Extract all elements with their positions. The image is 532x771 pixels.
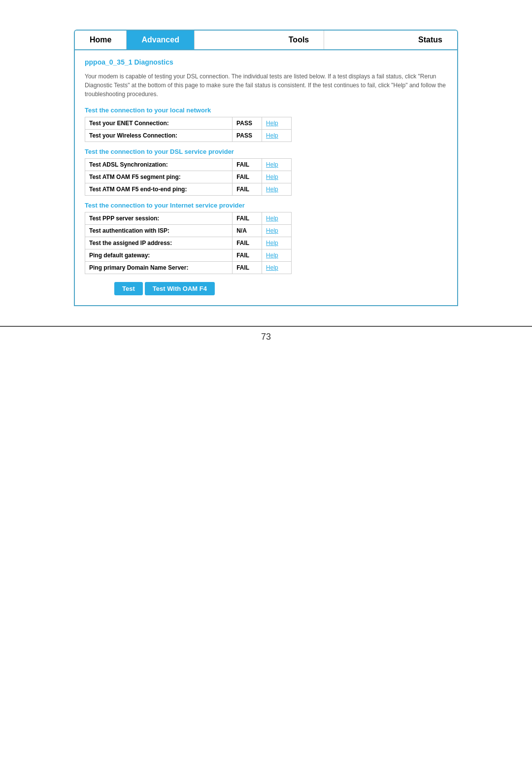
- test-oam-button[interactable]: Test With OAM F4: [145, 282, 215, 295]
- test-wireless-status: PASS: [233, 130, 262, 142]
- test-ppp-help[interactable]: Help: [262, 212, 292, 225]
- test-atm-seg-status: FAIL: [233, 171, 262, 183]
- table-row: Test PPP server session: FAIL Help: [85, 212, 292, 225]
- page-description: Your modem is capable of testing your DS…: [85, 72, 447, 99]
- test-enet-help[interactable]: Help: [262, 117, 292, 130]
- nav-bar: Home Advanced Tools Status: [74, 30, 458, 50]
- section-header-isp: Test the connection to your Internet ser…: [85, 202, 447, 209]
- test-atm-seg-label: Test ATM OAM F5 segment ping:: [85, 171, 233, 183]
- test-adsl-label: Test ADSL Synchronization:: [85, 159, 233, 171]
- test-auth-label: Test authentication with ISP:: [85, 225, 233, 237]
- test-gateway-status: FAIL: [233, 249, 262, 262]
- table-row: Ping default gateway: FAIL Help: [85, 249, 292, 262]
- tab-home[interactable]: Home: [75, 31, 127, 49]
- test-adsl-status: FAIL: [233, 159, 262, 171]
- test-atm-end-status: FAIL: [233, 183, 262, 196]
- test-dns-status: FAIL: [233, 262, 262, 274]
- test-ip-status: FAIL: [233, 237, 262, 249]
- tab-advanced[interactable]: Advanced: [127, 31, 194, 49]
- section-header-dsl: Test the connection to your DSL service …: [85, 148, 447, 155]
- test-atm-end-label: Test ATM OAM F5 end-to-end ping:: [85, 183, 233, 196]
- button-row: Test Test With OAM F4: [85, 282, 447, 295]
- tab-status[interactable]: Status: [403, 31, 457, 49]
- section-header-local: Test the connection to your local networ…: [85, 106, 447, 114]
- test-wireless-label: Test your Wireless Connection:: [85, 130, 233, 142]
- test-ip-help[interactable]: Help: [262, 237, 292, 249]
- test-enet-label: Test your ENET Connection:: [85, 117, 233, 130]
- tab-tools[interactable]: Tools: [274, 31, 324, 49]
- dsl-table: Test ADSL Synchronization: FAIL Help Tes…: [85, 158, 292, 196]
- test-atm-seg-help[interactable]: Help: [262, 171, 292, 183]
- table-row: Test your ENET Connection: PASS Help: [85, 117, 292, 130]
- table-row: Test ATM OAM F5 segment ping: FAIL Help: [85, 171, 292, 183]
- test-dns-help[interactable]: Help: [262, 262, 292, 274]
- test-auth-help[interactable]: Help: [262, 225, 292, 237]
- page-title: pppoa_0_35_1 Diagnostics: [85, 58, 447, 66]
- test-gateway-label: Ping default gateway:: [85, 249, 233, 262]
- table-row: Test ADSL Synchronization: FAIL Help: [85, 159, 292, 171]
- table-row: Ping primary Domain Name Server: FAIL He…: [85, 262, 292, 274]
- test-ppp-status: FAIL: [233, 212, 262, 225]
- table-row: Test the assigned IP address: FAIL Help: [85, 237, 292, 249]
- test-ppp-label: Test PPP server session:: [85, 212, 233, 225]
- local-network-table: Test your ENET Connection: PASS Help Tes…: [85, 117, 292, 142]
- content-area: pppoa_0_35_1 Diagnostics Your modem is c…: [74, 50, 458, 306]
- test-adsl-help[interactable]: Help: [262, 159, 292, 171]
- test-wireless-help[interactable]: Help: [262, 130, 292, 142]
- isp-table: Test PPP server session: FAIL Help Test …: [85, 212, 292, 274]
- table-row: Test authentication with ISP: N/A Help: [85, 225, 292, 237]
- test-dns-label: Ping primary Domain Name Server:: [85, 262, 233, 274]
- test-enet-status: PASS: [233, 117, 262, 130]
- test-auth-status: N/A: [233, 225, 262, 237]
- test-atm-end-help[interactable]: Help: [262, 183, 292, 196]
- test-ip-label: Test the assigned IP address:: [85, 237, 233, 249]
- table-row: Test ATM OAM F5 end-to-end ping: FAIL He…: [85, 183, 292, 196]
- test-button[interactable]: Test: [114, 282, 143, 295]
- test-gateway-help[interactable]: Help: [262, 249, 292, 262]
- table-row: Test your Wireless Connection: PASS Help: [85, 130, 292, 142]
- page-footer: 73: [0, 326, 532, 342]
- page-number: 73: [261, 332, 271, 342]
